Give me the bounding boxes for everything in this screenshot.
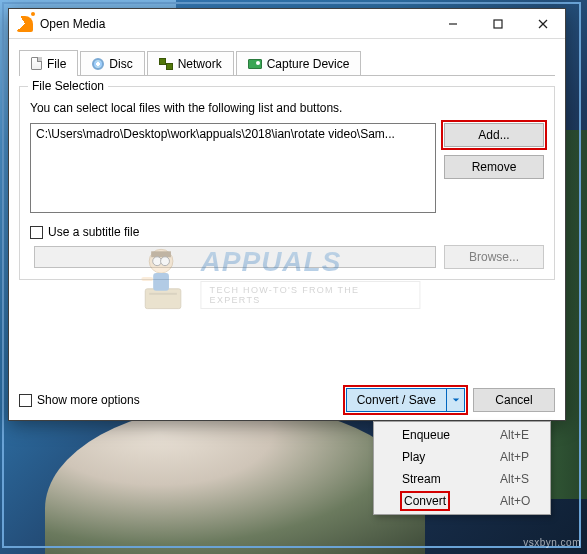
convert-save-menu: Enqueue Alt+E Play Alt+P Stream Alt+S Co… <box>373 421 551 515</box>
svg-rect-1 <box>494 20 502 28</box>
menu-item-label: Enqueue <box>400 428 500 442</box>
maximize-button[interactable] <box>475 10 520 38</box>
tab-disc[interactable]: Disc <box>80 51 144 75</box>
cancel-button[interactable]: Cancel <box>473 388 555 412</box>
checkbox-icon <box>19 394 32 407</box>
menu-item-accel: Alt+E <box>500 428 548 442</box>
convert-save-label[interactable]: Convert / Save <box>346 388 447 412</box>
vlc-cone-icon <box>17 16 33 32</box>
menu-item-label: Convert <box>400 493 500 509</box>
menu-item-convert[interactable]: Convert Alt+O <box>376 490 548 512</box>
menu-item-accel: Alt+S <box>500 472 548 486</box>
subtitle-path-input <box>34 246 436 268</box>
disc-icon <box>92 58 104 70</box>
group-legend: File Selection <box>28 79 108 93</box>
split-dropdown-arrow[interactable] <box>447 388 465 412</box>
show-more-options-label: Show more options <box>37 393 140 407</box>
capture-device-icon <box>248 59 262 69</box>
group-hint: You can select local files with the foll… <box>30 101 544 115</box>
titlebar: Open Media <box>9 9 565 39</box>
tab-label: Disc <box>109 57 132 71</box>
menu-item-accel: Alt+O <box>500 494 548 508</box>
tab-label: Network <box>178 57 222 71</box>
browse-button: Browse... <box>444 245 544 269</box>
menu-item-play[interactable]: Play Alt+P <box>376 446 548 468</box>
file-list-item[interactable]: C:\Users\madro\Desktop\work\appuals\2018… <box>36 127 395 141</box>
menu-item-enqueue[interactable]: Enqueue Alt+E <box>376 424 548 446</box>
tab-label: Capture Device <box>267 57 350 71</box>
tab-network[interactable]: Network <box>147 51 234 75</box>
file-zone: C:\Users\madro\Desktop\work\appuals\2018… <box>30 123 544 213</box>
menu-item-accel: Alt+P <box>500 450 548 464</box>
subtitle-checkbox-label: Use a subtitle file <box>48 225 139 239</box>
tab-file[interactable]: File <box>19 50 78 76</box>
file-page-icon <box>31 57 42 70</box>
window-title: Open Media <box>40 17 430 31</box>
add-button[interactable]: Add... <box>444 123 544 147</box>
site-watermark: vsxbyn.com <box>523 537 581 548</box>
tab-label: File <box>47 57 66 71</box>
tab-capture-device[interactable]: Capture Device <box>236 51 362 75</box>
file-selection-group: File Selection You can select local file… <box>19 86 555 280</box>
menu-item-stream[interactable]: Stream Alt+S <box>376 468 548 490</box>
minimize-button[interactable] <box>430 10 475 38</box>
remove-button[interactable]: Remove <box>444 155 544 179</box>
tabstrip: File Disc Network Capture Device <box>19 49 555 76</box>
network-icon <box>159 58 173 70</box>
file-list[interactable]: C:\Users\madro\Desktop\work\appuals\2018… <box>30 123 436 213</box>
show-more-options-checkbox[interactable]: Show more options <box>19 393 140 407</box>
checkbox-icon <box>30 226 43 239</box>
subtitle-checkbox[interactable]: Use a subtitle file <box>30 225 139 239</box>
convert-save-split-button[interactable]: Convert / Save <box>346 388 465 412</box>
menu-item-label: Stream <box>400 472 500 486</box>
close-button[interactable] <box>520 10 565 38</box>
open-media-window: Open Media File Disc Network <box>8 8 566 421</box>
menu-item-label: Play <box>400 450 500 464</box>
